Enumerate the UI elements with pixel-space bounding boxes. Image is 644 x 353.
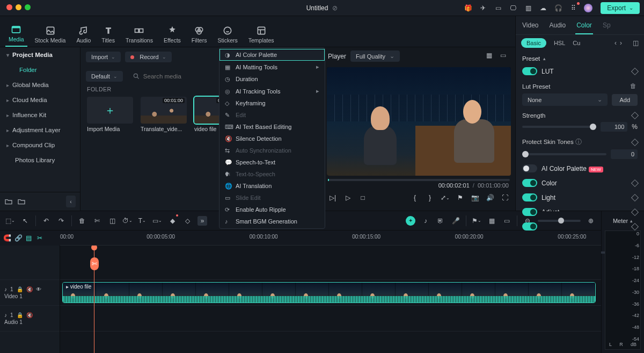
speed-icon[interactable]: ⏱⌄ (122, 216, 132, 226)
audio-track[interactable] (60, 306, 601, 332)
menu-keyframing[interactable]: ◇Keyframing (219, 97, 325, 109)
time-ruler[interactable]: 00:00 00:00:05:00 00:00:10:00 00:00:15:0… (60, 230, 601, 246)
menu-ai-text-editing[interactable]: ⌨AI Text Based Editing (219, 121, 325, 133)
mark-out-icon[interactable]: } (425, 193, 435, 203)
vignette-toggle[interactable] (522, 222, 537, 230)
send-icon[interactable]: ✈ (478, 3, 488, 13)
lut-toggle[interactable] (522, 67, 537, 75)
sort-dropdown[interactable]: Default⌄ (86, 71, 123, 82)
track-options-icon[interactable]: ▤ (26, 234, 34, 242)
layout-icon[interactable]: ▥ (523, 3, 533, 13)
info-icon[interactable]: ⓘ (575, 139, 582, 145)
maximize-window-icon[interactable] (25, 4, 31, 10)
preset-section[interactable]: Preset▴ (516, 51, 644, 64)
split-icon[interactable]: ✄ (92, 216, 102, 226)
sidebar-global-media[interactable]: ▸Global Media (0, 77, 80, 92)
quality-dropdown[interactable]: Full Quality⌄ (350, 51, 400, 62)
keyframe-icon[interactable] (631, 67, 639, 75)
marker-icon[interactable]: ⚑ (455, 193, 465, 203)
grid-view-icon[interactable]: ▦ (486, 52, 496, 61)
keyframe-icon[interactable] (631, 112, 639, 119)
undo-icon[interactable]: ↶ (41, 216, 51, 226)
folder-icon[interactable] (17, 197, 26, 206)
link-icon[interactable]: 🔗 (14, 234, 23, 242)
monitor-icon[interactable]: 🖵 (508, 3, 518, 13)
sidebar-photos-library[interactable]: Photos Library (0, 153, 80, 168)
minimize-window-icon[interactable] (16, 4, 21, 10)
snapshot-icon[interactable]: 📷 (470, 193, 480, 203)
menu-speech-to-text[interactable]: 💬Speech-to-Text (219, 156, 325, 168)
video-track-header[interactable]: ♪1🔒🔇👁 Video 1 (0, 280, 60, 306)
menu-silence-detection[interactable]: 🔇Silence Detection (219, 133, 325, 145)
menu-ai-translation[interactable]: 🌐AI Translation (219, 180, 325, 192)
prev-frame-icon[interactable]: ▷| (328, 193, 338, 203)
import-media-tile[interactable]: ＋ Import Media (87, 97, 133, 132)
avatar-icon[interactable] (583, 3, 593, 13)
render-icon[interactable]: ▭ (502, 216, 511, 226)
sidebar-influence-kit[interactable]: ▸Influence Kit (0, 107, 80, 123)
color-sample-icon[interactable]: ◆ (167, 216, 177, 226)
zoom-slider[interactable] (538, 220, 581, 222)
menu-ai-matting-tools[interactable]: ▦AI Matting Tools▸ (219, 61, 325, 73)
record-dropdown[interactable]: Record⌄ (125, 52, 171, 62)
menu-duration[interactable]: ◷Duration (219, 73, 325, 85)
apps-icon[interactable]: ⠿ (568, 3, 578, 13)
tab-titles[interactable]: Titles (98, 23, 118, 47)
video-viewer[interactable] (327, 67, 511, 176)
menu-enable-auto-ripple[interactable]: ⟳Enable Auto Ripple (219, 204, 325, 215)
shield-icon[interactable]: ⛨ (436, 216, 445, 226)
close-window-icon[interactable] (6, 4, 12, 10)
delete-icon[interactable]: 🗑 (77, 216, 87, 226)
ai-tool-icon[interactable]: ✦ (406, 216, 415, 226)
redo-icon[interactable]: ↷ (56, 216, 66, 226)
color-toggle[interactable] (522, 179, 537, 187)
mark-in-icon[interactable]: { (410, 193, 420, 203)
arrow-tool-icon[interactable]: ↖ (20, 216, 30, 226)
video-track[interactable]: video file (60, 280, 601, 306)
ai-palette-toggle[interactable] (522, 164, 537, 172)
menu-ai-color-palette[interactable]: ◑AI Color Palette (219, 49, 325, 61)
rtab-speed[interactable]: Sp (602, 19, 612, 34)
screen-icon[interactable]: ▭ (493, 3, 503, 13)
tab-templates[interactable]: Templates (245, 23, 277, 47)
sidebar-adjustment-layer[interactable]: ▸Adjustment Layer (0, 123, 80, 138)
protect-value[interactable]: 0 (611, 149, 638, 159)
lock-icon[interactable]: 🔒 (17, 312, 23, 318)
rtab-video[interactable]: Video (521, 19, 539, 34)
text-tool-icon[interactable]: T⌄ (137, 216, 147, 226)
ratio-icon[interactable]: ⤢⌄ (440, 193, 450, 203)
keyframe-icon[interactable] (631, 179, 639, 186)
rsub-hsl[interactable]: HSL (554, 40, 565, 46)
scrub-bar[interactable] (328, 179, 510, 181)
new-folder-icon[interactable] (4, 197, 13, 206)
tab-filters[interactable]: Filters (188, 23, 210, 47)
rsub-basic[interactable]: Basic (521, 38, 546, 48)
play-icon[interactable]: ▷ (343, 193, 353, 203)
crop-icon[interactable]: ◫ (107, 216, 117, 226)
marker-tool-icon[interactable]: ⚑⌄ (472, 216, 481, 226)
compare-icon[interactable]: ◫ (633, 39, 639, 47)
export-button[interactable]: Export (601, 2, 640, 14)
keyframe-tool-icon[interactable]: ◇ (182, 216, 192, 226)
tab-transitions[interactable]: Transitions (122, 23, 156, 47)
add-lut-button[interactable]: Add (612, 94, 638, 106)
menu-ai-tracking-tools[interactable]: ◎AI Tracking Tools▸ (219, 85, 325, 97)
collapse-sidebar-icon[interactable]: ‹ (66, 196, 76, 207)
tab-stock-media[interactable]: Stock Media (32, 23, 69, 47)
protect-slider[interactable] (522, 153, 606, 155)
keyframe-icon[interactable] (631, 138, 639, 146)
mic-icon[interactable]: 🎤 (451, 216, 460, 226)
adjust-toggle[interactable] (522, 208, 537, 216)
tab-effects[interactable]: Effects (160, 23, 184, 47)
rsub-curves[interactable]: Cu (573, 40, 580, 46)
mute-icon[interactable]: 🔇 (26, 312, 33, 318)
sidebar-cloud-media[interactable]: ▸Cloud Media (0, 92, 80, 107)
audio-track-header[interactable]: ♪1🔒🔇 Audio 1 (0, 306, 60, 332)
strength-value[interactable]: 100 (601, 122, 627, 132)
mask-icon[interactable]: ▭⌄ (152, 216, 162, 226)
lut-preset-select[interactable]: None⌄ (522, 93, 608, 106)
select-tool-icon[interactable]: ⬚⌄ (5, 216, 15, 226)
media-thumb[interactable]: 00:01:00 Translate_vide... (141, 97, 187, 132)
strength-slider[interactable] (522, 126, 596, 128)
lock-icon[interactable]: 🔒 (17, 286, 23, 292)
